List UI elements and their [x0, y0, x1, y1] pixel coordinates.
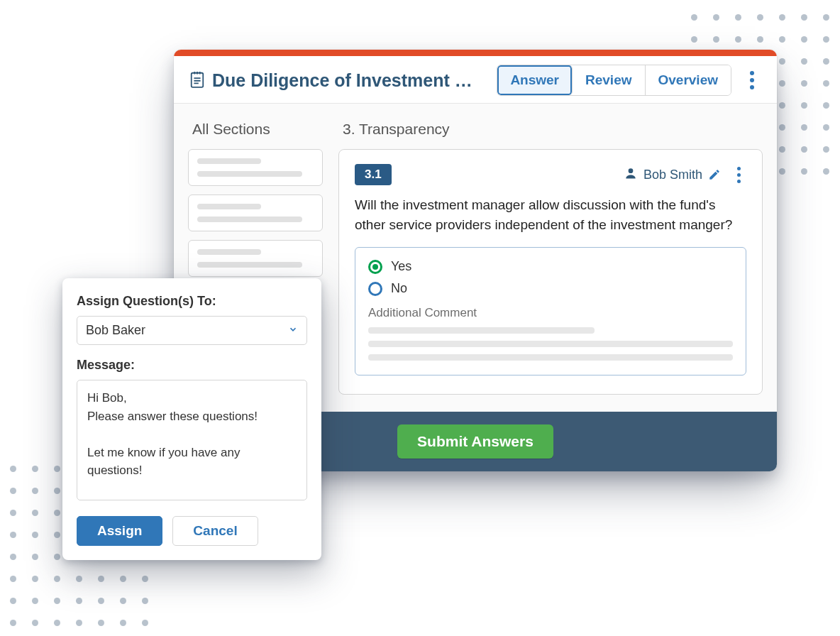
answer-box: Yes No Additional Comment — [355, 247, 746, 375]
radio-unselected-icon — [368, 282, 382, 296]
option-label: No — [391, 281, 407, 296]
question-text: Will the investment manager allow discus… — [355, 195, 746, 234]
cancel-button[interactable]: Cancel — [172, 516, 258, 546]
sidebar-item[interactable] — [188, 240, 323, 277]
additional-comment-placeholder[interactable] — [368, 327, 733, 361]
radio-selected-icon — [368, 260, 382, 274]
question-options-menu[interactable] — [731, 165, 746, 184]
option-label: Yes — [391, 259, 411, 274]
svg-point-7 — [629, 168, 634, 173]
tab-answer[interactable]: Answer — [497, 65, 573, 95]
assign-to-label: Assign Question(s) To: — [77, 294, 307, 309]
assign-button[interactable]: Assign — [77, 516, 162, 546]
answer-option-no[interactable]: No — [368, 281, 733, 296]
question-card: 3.1 Bob Smith Will the i — [338, 149, 763, 395]
page-title: Due Diligence of Investment Man... — [212, 70, 482, 91]
window-accent-bar — [174, 50, 777, 56]
sidebar-item[interactable] — [188, 149, 323, 186]
selected-assignee: Bob Baker — [86, 323, 145, 338]
sidebar-heading: All Sections — [188, 116, 323, 149]
chevron-down-icon — [288, 323, 298, 338]
assignee-select[interactable]: Bob Baker — [77, 316, 307, 345]
question-assignee: Bob Smith — [624, 165, 746, 184]
edit-assignee-button[interactable] — [708, 168, 721, 181]
submit-answers-button[interactable]: Submit Answers — [397, 424, 553, 459]
additional-comment-label: Additional Comment — [368, 306, 733, 320]
answer-option-yes[interactable]: Yes — [368, 259, 733, 274]
window-header: Due Diligence of Investment Man... Answe… — [174, 56, 777, 104]
question-number-badge: 3.1 — [355, 164, 392, 185]
content-area: 3. Transparency 3.1 Bob Smith — [338, 116, 763, 395]
assignee-name: Bob Smith — [643, 168, 702, 182]
person-icon — [624, 166, 638, 184]
sidebar-item[interactable] — [188, 194, 323, 231]
message-textarea[interactable] — [77, 380, 307, 500]
document-icon — [189, 71, 205, 89]
tab-overview[interactable]: Overview — [646, 65, 731, 95]
section-heading: 3. Transparency — [338, 116, 763, 149]
message-label: Message: — [77, 358, 307, 373]
tab-review[interactable]: Review — [573, 65, 645, 95]
header-options-menu[interactable] — [741, 68, 763, 92]
dialog-actions: Assign Cancel — [77, 516, 307, 546]
header-tabs: Answer Review Overview — [497, 65, 731, 96]
assign-dialog: Assign Question(s) To: Bob Baker Message… — [62, 278, 321, 560]
